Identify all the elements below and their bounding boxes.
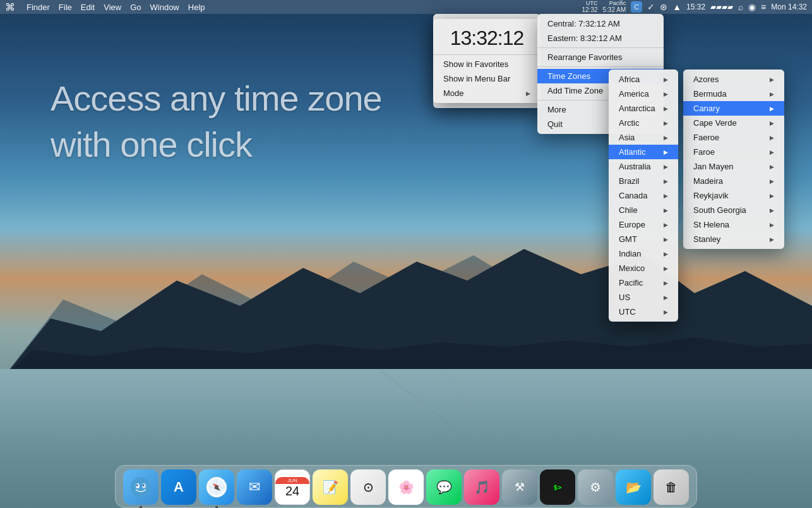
- tz-sthelena[interactable]: St Helena ▶: [683, 217, 784, 232]
- wifi-icon[interactable]: ▲: [672, 2, 681, 12]
- tz-southgeorgia[interactable]: South Georgia ▶: [683, 203, 784, 217]
- dock-music[interactable]: 🎵: [464, 469, 499, 505]
- battery-icon: ▰▰▰▰: [710, 3, 733, 11]
- tz-europe[interactable]: Europe ▶: [609, 217, 678, 232]
- svg-point-7: [143, 485, 145, 487]
- rearrange-favorites[interactable]: Rearrange Favorites: [537, 50, 664, 64]
- tz-america[interactable]: America ▶: [609, 87, 678, 101]
- desktop: Access any time zone with one click ⌘ Fi…: [0, 0, 812, 508]
- clock-time-display: 13:32:12: [433, 21, 540, 52]
- menubar-view[interactable]: View: [104, 3, 121, 12]
- dock-trash[interactable]: 🗑: [654, 469, 689, 505]
- clock-app-icon[interactable]: C: [631, 1, 642, 13]
- tz-faroe[interactable]: Faroe ▶: [683, 145, 784, 159]
- dock-sysprefs[interactable]: ⚙: [578, 469, 613, 505]
- tz-utc[interactable]: UTC ▶: [609, 305, 678, 319]
- tz-arctic[interactable]: Arctic ▶: [609, 116, 678, 130]
- menu-extra-1[interactable]: ✓: [647, 2, 655, 12]
- tz-antarctica[interactable]: Antarctica ▶: [609, 101, 678, 116]
- timezones-submenu: Azores ▶ Bermuda ▶ Canary ▶ Cape Verde ▶…: [683, 70, 784, 249]
- central-time: Central: 7:32:12 AM: [537, 16, 664, 31]
- menubar-edit[interactable]: Edit: [81, 3, 95, 12]
- tz-mexico[interactable]: Mexico ▶: [609, 261, 678, 275]
- list-icon[interactable]: ≡: [761, 2, 766, 12]
- tz-brazil[interactable]: Brazil ▶: [609, 174, 678, 188]
- tz-australia[interactable]: Australia ▶: [609, 159, 678, 174]
- eastern-time: Eastern: 8:32:12 AM: [537, 31, 664, 45]
- tz-madeira[interactable]: Madeira ▶: [683, 174, 784, 188]
- tz-canary[interactable]: Canary ▶: [683, 101, 784, 116]
- tz-asia[interactable]: Asia ▶: [609, 130, 678, 145]
- dock-notes[interactable]: 📝: [313, 469, 348, 505]
- user-icon[interactable]: ◉: [748, 2, 756, 12]
- svg-point-3: [131, 477, 151, 497]
- tz-faeroe[interactable]: Faeroe ▶: [683, 130, 784, 145]
- tz-azores[interactable]: Azores ▶: [683, 72, 784, 87]
- tz-capeverde[interactable]: Cape Verde ▶: [683, 116, 784, 130]
- menubar-go[interactable]: Go: [130, 3, 141, 12]
- tz-reykjavik[interactable]: Reykjavik ▶: [683, 188, 784, 203]
- dock-photos[interactable]: 🌸: [388, 469, 424, 505]
- pacific-clock[interactable]: Pacific 5:32 AM: [603, 0, 626, 14]
- dock: A ✉ JUN 24 📝 ⊙ 🌸 💬 🎵 ⚒ $> ⚙ 📂 🗑: [115, 465, 697, 508]
- apple-menu[interactable]: ⌘: [5, 1, 15, 13]
- menubar-help[interactable]: Help: [188, 3, 205, 12]
- tz-chile[interactable]: Chile ▶: [609, 203, 678, 217]
- tz-janmayen[interactable]: Jan Mayen ▶: [683, 159, 784, 174]
- show-in-favorites[interactable]: Show in Favorites: [433, 57, 540, 71]
- dock-appstore[interactable]: A: [161, 469, 196, 505]
- tz-africa[interactable]: Africa ▶: [609, 72, 678, 87]
- show-in-menubar[interactable]: Show in Menu Bar: [433, 71, 540, 86]
- tz-indian[interactable]: Indian ▶: [609, 246, 678, 261]
- clock-popup: 13:32:12 Show in Favorites Show in Menu …: [433, 14, 540, 108]
- menubar-finder[interactable]: Finder: [27, 3, 50, 12]
- bluetooth-icon[interactable]: ⊛: [660, 2, 667, 12]
- tz-stanley[interactable]: Stanley ▶: [683, 232, 784, 246]
- svg-point-6: [136, 485, 138, 487]
- dock-mail[interactable]: ✉: [237, 469, 272, 505]
- time-display[interactable]: 15:32: [686, 3, 705, 11]
- dock-finder[interactable]: [123, 469, 158, 505]
- day-date[interactable]: Mon 14:32: [771, 3, 807, 11]
- dock-airdrop[interactable]: 📂: [616, 469, 651, 505]
- tz-us[interactable]: US ▶: [609, 290, 678, 305]
- menubar-window[interactable]: Window: [150, 3, 179, 12]
- heading-text: Access any time zone with one click: [51, 76, 493, 168]
- dock-simulator[interactable]: ⚒: [502, 469, 537, 505]
- utc-clock[interactable]: UTC 12:32: [582, 0, 597, 14]
- dock-reminders[interactable]: ⊙: [350, 469, 386, 505]
- mode-item[interactable]: Mode ▶: [433, 86, 540, 100]
- search-icon[interactable]: ⌕: [738, 2, 743, 12]
- tz-atlantic[interactable]: Atlantic ▶: [609, 145, 678, 159]
- dock-calendar[interactable]: JUN 24: [275, 469, 310, 505]
- tz-pacific[interactable]: Pacific ▶: [609, 275, 678, 290]
- dock-messages[interactable]: 💬: [426, 469, 462, 505]
- menubar-file[interactable]: File: [59, 3, 72, 12]
- dock-terminal[interactable]: $>: [540, 469, 575, 505]
- tz-canada[interactable]: Canada ▶: [609, 188, 678, 203]
- tz-gmt[interactable]: GMT ▶: [609, 232, 678, 246]
- menubar: ⌘ Finder File Edit View Go Window Help U…: [0, 0, 812, 14]
- tz-bermuda[interactable]: Bermuda ▶: [683, 87, 784, 101]
- dock-safari[interactable]: [199, 469, 234, 505]
- canary-submenu-panel: Africa ▶ America ▶ Antarctica ▶ Arctic ▶…: [609, 70, 678, 322]
